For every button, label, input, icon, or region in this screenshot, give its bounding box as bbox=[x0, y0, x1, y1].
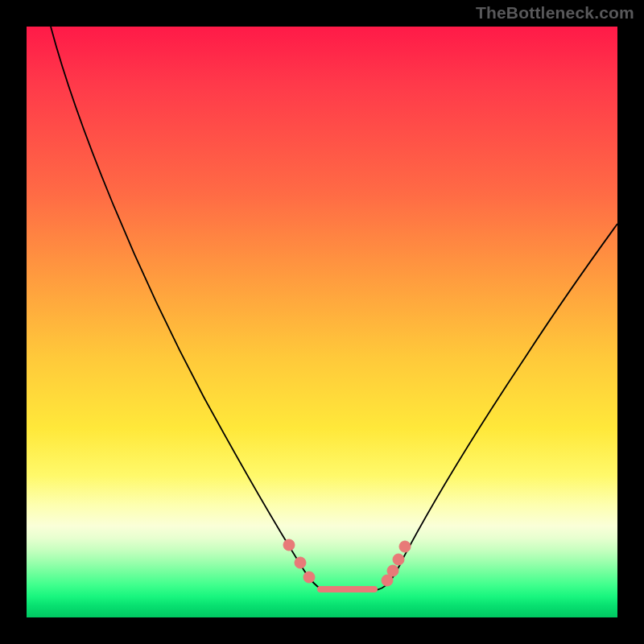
chart-frame: TheBottleneck.com bbox=[0, 0, 644, 644]
curve-right bbox=[374, 224, 617, 590]
curve-left bbox=[51, 27, 326, 590]
marker-dot bbox=[303, 572, 315, 583]
marker-dot bbox=[283, 539, 295, 551]
marker-dot bbox=[387, 565, 398, 576]
curve-layer bbox=[27, 27, 617, 617]
attribution-text: TheBottleneck.com bbox=[476, 3, 634, 23]
marker-dot bbox=[399, 541, 411, 552]
marker-dot bbox=[295, 557, 306, 568]
plot-area bbox=[27, 27, 617, 617]
marker-dot bbox=[393, 554, 404, 565]
